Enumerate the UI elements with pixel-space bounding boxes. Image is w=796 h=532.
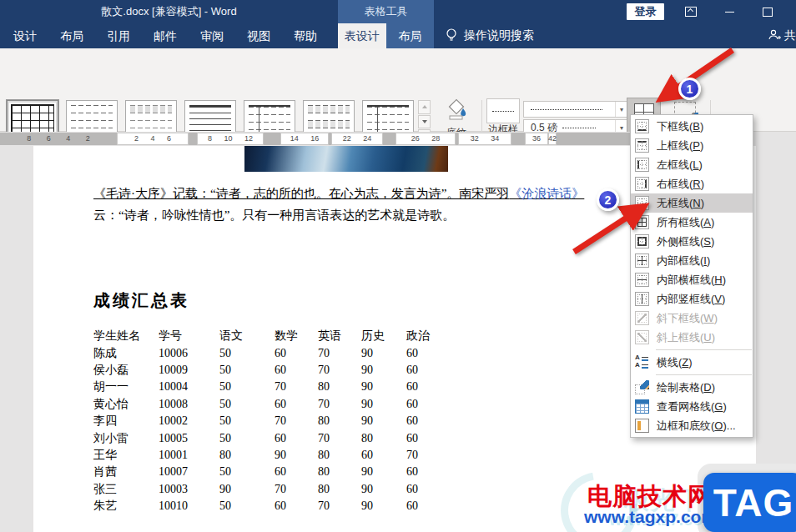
cell-politics: 70: [406, 449, 455, 462]
step-badge-1: 1: [678, 78, 701, 100]
menu-item-label: 绘制表格(D): [657, 380, 715, 395]
menu-item-label: 横线(Z): [657, 355, 693, 370]
menu-item[interactable]: 右框线(R): [631, 174, 753, 193]
ribbon-tab[interactable]: 审阅: [189, 23, 235, 48]
table-header-cell: 学号: [159, 329, 219, 344]
menu-item[interactable]: 上框线(P): [631, 136, 753, 155]
line-style-combo[interactable]: ▾: [523, 101, 628, 118]
border-type-icon: [635, 380, 649, 394]
annotation-arrow-1: [649, 42, 741, 110]
dropdown-arrow-icon[interactable]: ▾: [615, 102, 627, 117]
table-row: 朱艺 10010 50 60 70 90 60: [93, 498, 455, 514]
step-badge-2: 2: [597, 188, 619, 211]
table-row: 王华 10001 80 90 80 60 70: [93, 447, 455, 464]
cell-chinese: 50: [219, 432, 275, 445]
ribbon-tab[interactable]: 布局: [48, 23, 95, 48]
tab-table-layout[interactable]: 布局: [386, 23, 435, 48]
cell-student-name: 朱艺: [93, 499, 159, 514]
cell-english: 80: [318, 380, 361, 394]
menu-separator: [656, 374, 752, 375]
cell-student-id: 10006: [159, 347, 219, 360]
menu-item[interactable]: 内部横框线(H): [631, 270, 753, 289]
cell-english: 70: [318, 347, 361, 360]
menu-item[interactable]: 内部竖框线(V): [631, 289, 753, 309]
window-title: 散文.docx [兼容模式] - Word: [0, 0, 338, 23]
border-type-icon: [635, 330, 649, 344]
line-weight-preview: [562, 128, 596, 128]
tab-table-design[interactable]: 表设计: [338, 23, 386, 48]
table-row: 张三 10003 90 70 80 90 60: [93, 481, 455, 498]
table-row: 胡一一 10004 50 70 80 90 60: [93, 379, 455, 395]
cell-student-id: 10004: [159, 380, 219, 394]
ribbon-tab[interactable]: 设计: [2, 23, 48, 48]
menu-item[interactable]: 横线(Z): [631, 353, 753, 372]
minimize-button[interactable]: [723, 5, 736, 18]
cell-student-name: 王华: [93, 448, 159, 463]
cell-history: 60: [361, 449, 406, 462]
menu-item[interactable]: 边框和底纹(O)...: [631, 416, 753, 435]
cell-chinese: 80: [219, 449, 275, 462]
tell-me-label: 操作说明搜索: [464, 28, 534, 43]
cell-chinese: 50: [219, 398, 275, 411]
border-type-icon: [635, 292, 649, 306]
table-row: 肖茜 10007 50 60 80 90 60: [93, 464, 455, 480]
ribbon-tab[interactable]: 视图: [235, 23, 282, 48]
cell-politics: 60: [406, 364, 455, 377]
menu-item[interactable]: 斜上框线(U): [631, 328, 753, 347]
border-type-icon: [635, 311, 649, 325]
menu-separator: [656, 349, 752, 350]
border-type-icon: [635, 138, 649, 153]
table-row: 黄心怡 10008 50 60 70 90 60: [93, 396, 455, 413]
cell-student-id: 10010: [159, 499, 219, 513]
table-header-cell: 语文: [219, 329, 275, 344]
menu-item-label: 内部横框线(H): [657, 273, 726, 288]
menu-item-label: 查看网格线(G): [657, 399, 727, 414]
ribbon-display-options-button[interactable]: [684, 5, 698, 18]
cell-politics: 60: [406, 398, 455, 411]
menu-item[interactable]: 左框线(L): [631, 155, 753, 174]
ribbon-tab[interactable]: 帮助: [282, 23, 329, 48]
document-photo: [244, 146, 448, 172]
menu-item[interactable]: 绘制表格(D): [631, 378, 753, 397]
cell-math: 70: [275, 483, 318, 496]
cell-english: 80: [318, 449, 361, 462]
cell-math: 70: [275, 380, 318, 394]
ribbon-tab[interactable]: 邮件: [142, 23, 189, 48]
cell-student-name: 李四: [93, 414, 159, 429]
score-table: 学生姓名学号语文数学英语历史政治 陈成 10006 50 60 70 90 60…: [93, 328, 455, 514]
ribbon-tabs: 设计布局引用邮件审阅视图帮助云盘: [2, 23, 375, 48]
menu-item-label: 斜下框线(W): [657, 311, 718, 326]
cell-history: 90: [361, 414, 406, 428]
cell-politics: 60: [406, 414, 455, 428]
table-row: 李四 10002 50 70 80 90 60: [93, 413, 455, 429]
paint-bucket-icon: [444, 98, 469, 126]
cell-student-id: 10009: [159, 364, 219, 377]
menu-item[interactable]: 下框线(B): [631, 117, 753, 136]
gallery-scroll-up-button[interactable]: [418, 100, 431, 114]
cell-politics: 60: [406, 465, 455, 479]
cell-student-id: 10002: [159, 414, 219, 428]
cell-student-id: 10008: [159, 398, 219, 411]
border-type-icon: [635, 399, 649, 414]
cell-politics: 60: [406, 483, 455, 496]
maximize-button[interactable]: [761, 5, 774, 18]
menu-item-label: 内部框线(I): [657, 253, 710, 269]
cell-math: 60: [275, 432, 318, 445]
cell-history: 90: [361, 465, 406, 479]
share-button[interactable]: 共享: [768, 23, 796, 48]
table-title: 成绩汇总表: [93, 289, 189, 312]
ruler-segment: 22 24: [331, 133, 383, 145]
tell-me-search[interactable]: 操作说明搜索: [446, 23, 534, 48]
cell-math: 90: [275, 449, 318, 462]
login-button[interactable]: 登录: [627, 3, 664, 20]
cell-student-name: 胡一一: [93, 379, 159, 394]
gallery-scroll-down-button[interactable]: [418, 115, 431, 129]
cell-math: 60: [275, 499, 318, 513]
table-row: 陈成 10006 50 60 70 90 60: [93, 344, 455, 361]
table-header-cell: 英语: [318, 329, 361, 344]
menu-item[interactable]: 斜下框线(W): [631, 309, 753, 328]
cell-history: 90: [361, 398, 406, 411]
ribbon-tab[interactable]: 引用: [95, 23, 142, 48]
menu-item[interactable]: 查看网格线(G): [631, 397, 753, 416]
cell-student-name: 张三: [93, 482, 159, 497]
